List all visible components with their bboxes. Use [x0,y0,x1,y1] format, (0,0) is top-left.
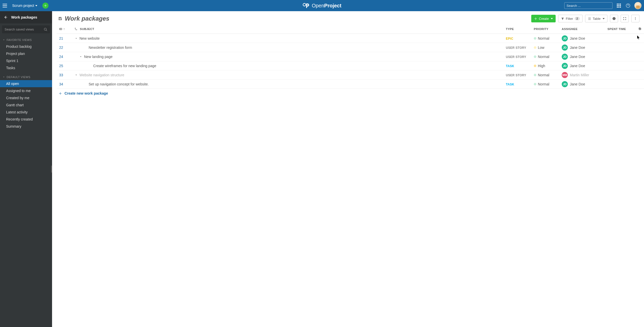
save-icon[interactable] [58,17,62,21]
wp-assignee: JDJane Doe [562,35,602,41]
sidebar-section-header[interactable]: Default Views [0,74,52,80]
menu-hamburger-icon[interactable] [3,4,7,7]
add-button[interactable] [42,3,49,9]
svg-point-11 [635,19,636,20]
sidebar-item[interactable]: Latest activity [0,109,52,116]
priority-dot-icon [534,37,536,40]
assignee-avatar: JD [562,81,568,87]
sidebar-item[interactable]: Tasks [0,64,52,71]
gear-icon [638,27,641,31]
wp-id-link[interactable]: 21 [59,36,63,40]
table-row[interactable]: 24New landing pageUSER STORYNormalJDJane… [57,52,644,61]
sidebar-item[interactable]: Created by me [0,94,52,101]
plus-icon [59,92,62,95]
main-content: Work packages Create Filter 2 Table [52,11,644,327]
col-header-id[interactable]: ID↑ [57,24,72,34]
col-header-assignee[interactable]: ASSIGNEE [559,24,605,34]
sidebar-item[interactable]: Sprint 1 [0,57,52,64]
fullscreen-button[interactable] [621,15,629,22]
wp-spent-time [605,61,635,70]
wp-id-link[interactable]: 33 [59,73,63,77]
create-button[interactable]: Create [531,15,556,22]
project-selector[interactable]: Scrum project [10,2,39,9]
sidebar-item[interactable]: Product backlog [0,43,52,50]
help-button[interactable] [625,3,631,8]
col-header-settings[interactable] [635,24,644,34]
table-row[interactable]: 34Set up navigation concept for website.… [57,80,644,89]
app-name: OpenProject [312,3,342,9]
table-row[interactable]: 25Create wireframes for new landing page… [57,61,644,70]
wp-spent-time [605,34,635,43]
wp-id-link[interactable]: 34 [59,82,63,86]
plus-icon [534,17,537,20]
modules-button[interactable] [616,3,622,8]
sidebar-item[interactable]: Gantt chart [0,101,52,109]
priority-dot-icon [534,46,536,49]
filter-button[interactable]: Filter 2 [558,15,583,22]
sidebar-search[interactable] [2,25,50,33]
table-row[interactable]: 21New websiteEPICNormalJDJane Doe [57,34,644,43]
wp-priority: Low [534,46,557,50]
svg-rect-4 [59,17,61,18]
col-header-type[interactable]: TYPE [503,24,531,34]
assignee-avatar: MM [562,72,568,78]
wp-subject: Newsletter registration form [89,46,132,50]
user-avatar[interactable] [634,2,641,9]
table-row[interactable]: 33Website navigation structureUSER STORY… [57,70,644,80]
sidebar-item[interactable]: Summary [0,123,52,130]
wp-type: USER STORY [506,73,526,77]
sidebar-section: Default ViewsAll openAssigned to meCreat… [0,74,52,130]
wp-type: USER STORY [506,55,526,59]
wp-subject: Set up navigation concept for website. [89,82,149,86]
sidebar-item[interactable]: Assigned to me [0,87,52,94]
sidebar-header: Work packages [0,11,52,23]
sidebar-section-label: Favorite Views [7,38,32,41]
openproject-logo-icon [303,3,310,9]
chevron-down-icon [75,37,77,40]
project-name: Scrum project [12,4,34,8]
chevron-down-icon [603,18,605,19]
filter-label: Filter [566,17,573,21]
wp-id-link[interactable]: 24 [59,55,63,59]
wp-priority: High [534,64,557,68]
wp-subject: Website navigation structure [79,73,124,77]
expand-toggle[interactable] [74,73,78,77]
more-menu-button[interactable] [631,15,639,22]
wp-id-link[interactable]: 25 [59,64,63,68]
details-button[interactable] [610,15,618,22]
create-wp-label: Create new work package [65,91,108,95]
create-work-package-link[interactable]: Create new work package [57,89,644,98]
svg-rect-7 [614,18,614,19]
sidebar: Work packages Favorite ViewsProduct back… [0,11,52,327]
app-logo[interactable]: OpenProject [303,3,342,9]
search-icon [44,27,47,31]
global-search[interactable] [564,2,613,9]
sidebar-section-header[interactable]: Favorite Views [0,37,52,43]
sidebar-item[interactable]: Project plan [0,50,52,57]
svg-point-3 [628,6,628,7]
assignee-avatar: JD [562,35,568,41]
help-icon [626,3,630,8]
chevron-down-icon [551,18,553,19]
wp-priority: Normal [534,73,557,77]
search-input[interactable] [567,4,609,8]
sidebar-item[interactable]: All open [0,80,52,87]
wp-spent-time [605,43,635,52]
kebab-icon [634,17,637,20]
col-header-spent-time[interactable]: SPENT TIME [605,24,635,34]
sort-asc-icon: ↑ [63,27,65,31]
table-header-row: ID↑ SUBJECT TYPE PRIORITY ASSIGNEE SPENT… [57,24,644,34]
page-title-wrap: Work packages [58,15,109,22]
back-arrow-icon[interactable] [4,15,8,19]
wp-priority: Normal [534,36,557,40]
view-mode-button[interactable]: Table [585,15,607,22]
sidebar-item[interactable]: Recently created [0,116,52,123]
col-header-priority[interactable]: PRIORITY [531,24,559,34]
expand-toggle[interactable] [79,55,83,58]
sidebar-search-input[interactable] [2,25,50,33]
expand-toggle[interactable] [74,37,78,40]
table-row[interactable]: 22Newsletter registration formUSER STORY… [57,43,644,52]
view-mode-label: Table [593,17,601,21]
col-header-subject[interactable]: SUBJECT [72,24,503,34]
wp-id-link[interactable]: 22 [59,46,63,50]
